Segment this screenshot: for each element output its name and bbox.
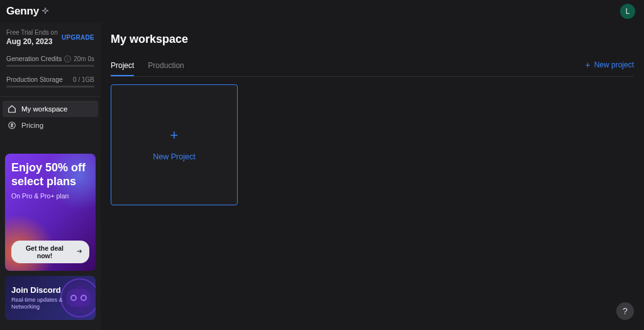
trial-ends-label: Free Trial Ends on: [6, 29, 58, 36]
promo-discount-subtitle: On Pro & Pro+ plan: [11, 192, 89, 200]
arrow-right-icon: [75, 248, 83, 256]
sidebar-nav: My workspace Pricing: [0, 101, 101, 134]
promo-card-discount[interactable]: Enjoy 50% off select plans On Pro & Pro+…: [5, 154, 96, 271]
avatar-initial: L: [626, 7, 630, 16]
main-content: My workspace Project Production + New pr…: [101, 23, 644, 330]
tabs: Project Production: [111, 57, 184, 76]
sidebar-item-label: Pricing: [21, 122, 43, 129]
new-project-card[interactable]: + New Project: [111, 84, 238, 205]
promo-discount-cta-button[interactable]: Get the deal now!: [11, 241, 89, 263]
divider: [0, 96, 101, 97]
sidebar-item-pricing[interactable]: Pricing: [3, 117, 98, 134]
promo-discount-title: Enjoy 50% off select plans: [11, 161, 89, 188]
question-icon: ?: [623, 306, 628, 316]
plus-icon: +: [170, 128, 179, 142]
trial-ends-date: Aug 20, 2023: [6, 37, 58, 46]
sidebar: Free Trial Ends on Aug 20, 2023 UPGRADE …: [0, 23, 101, 330]
new-project-link[interactable]: + New project: [585, 60, 634, 73]
production-storage-label: Production Storage: [6, 76, 63, 83]
sidebar-item-workspace[interactable]: My workspace: [3, 101, 98, 117]
brand-mark-icon: [42, 7, 49, 16]
generation-credits-meter: [6, 65, 94, 67]
tab-project[interactable]: Project: [111, 57, 134, 76]
app-header: Genny L: [0, 0, 644, 23]
upgrade-link[interactable]: UPGRADE: [62, 34, 94, 41]
generation-credits-block: Generation Credits i 20m 0s: [0, 51, 101, 72]
generation-credits-value: 20m 0s: [74, 55, 94, 62]
page-title: My workspace: [111, 33, 634, 46]
promo-card-discord[interactable]: Join Discord Real-time updates & Network…: [5, 276, 96, 320]
production-storage-meter: [6, 86, 94, 88]
user-avatar[interactable]: L: [620, 4, 635, 19]
generation-credits-label: Generation Credits i: [6, 55, 71, 62]
tab-production[interactable]: Production: [148, 57, 184, 76]
info-icon[interactable]: i: [64, 55, 71, 62]
plus-icon: +: [585, 60, 590, 69]
new-project-link-label: New project: [594, 60, 634, 69]
trial-block: Free Trial Ends on Aug 20, 2023 UPGRADE: [0, 23, 101, 51]
help-button[interactable]: ?: [616, 302, 634, 320]
discord-icon: [67, 289, 91, 307]
sidebar-item-label: My workspace: [21, 105, 68, 113]
pricing-icon: [8, 121, 16, 130]
new-project-card-label: New Project: [153, 152, 195, 161]
tabs-row: Project Production + New project: [111, 57, 634, 77]
brand-name: Genny: [6, 5, 39, 18]
production-storage-block: Production Storage 0 / 1GB: [0, 72, 101, 93]
project-grid: + New Project: [111, 77, 634, 205]
home-icon: [8, 105, 16, 113]
brand-logo[interactable]: Genny: [6, 5, 49, 18]
production-storage-value: 0 / 1GB: [73, 76, 94, 83]
